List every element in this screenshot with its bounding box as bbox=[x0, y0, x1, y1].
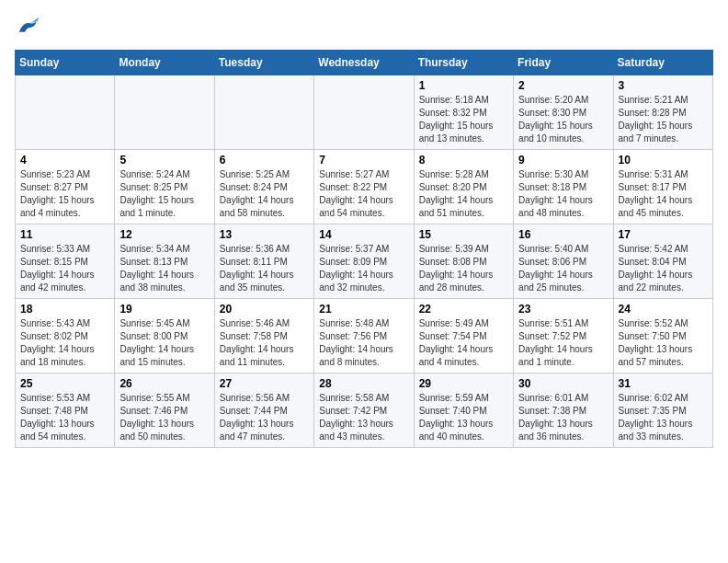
day-number: 8 bbox=[419, 154, 508, 167]
calendar-week-row: 1Sunrise: 5:18 AM Sunset: 8:32 PM Daylig… bbox=[16, 75, 713, 150]
day-info: Sunrise: 5:39 AM Sunset: 8:08 PM Dayligh… bbox=[419, 243, 508, 294]
calendar-day-cell: 2Sunrise: 5:20 AM Sunset: 8:30 PM Daylig… bbox=[514, 75, 613, 150]
day-info: Sunrise: 5:20 AM Sunset: 8:30 PM Dayligh… bbox=[518, 94, 608, 145]
day-number: 16 bbox=[518, 228, 608, 241]
logo bbox=[15, 15, 44, 40]
day-info: Sunrise: 5:18 AM Sunset: 8:32 PM Dayligh… bbox=[419, 94, 508, 145]
day-number: 21 bbox=[319, 303, 408, 316]
calendar-day-cell: 23Sunrise: 5:51 AM Sunset: 7:52 PM Dayli… bbox=[514, 299, 613, 373]
day-number: 28 bbox=[319, 377, 408, 390]
day-number: 6 bbox=[220, 154, 309, 167]
calendar-header-row: SundayMondayTuesdayWednesdayThursdayFrid… bbox=[16, 51, 713, 75]
day-number: 23 bbox=[518, 303, 608, 316]
day-number: 27 bbox=[220, 377, 309, 390]
calendar-week-row: 4Sunrise: 5:23 AM Sunset: 8:27 PM Daylig… bbox=[16, 150, 713, 224]
calendar-week-row: 11Sunrise: 5:33 AM Sunset: 8:15 PM Dayli… bbox=[16, 224, 713, 299]
day-number: 11 bbox=[20, 228, 109, 241]
calendar-header-saturday: Saturday bbox=[613, 51, 712, 75]
day-number: 12 bbox=[119, 228, 209, 241]
day-number: 2 bbox=[518, 79, 608, 92]
calendar-day-cell: 3Sunrise: 5:21 AM Sunset: 8:28 PM Daylig… bbox=[613, 75, 712, 150]
calendar-day-cell: 18Sunrise: 5:43 AM Sunset: 8:02 PM Dayli… bbox=[16, 299, 115, 373]
calendar-header-monday: Monday bbox=[115, 51, 214, 75]
day-number: 10 bbox=[619, 154, 708, 167]
calendar-day-cell bbox=[214, 75, 313, 150]
day-number: 13 bbox=[220, 228, 309, 241]
day-info: Sunrise: 5:25 AM Sunset: 8:24 PM Dayligh… bbox=[220, 168, 309, 220]
day-info: Sunrise: 5:51 AM Sunset: 7:52 PM Dayligh… bbox=[518, 317, 608, 369]
calendar-header-friday: Friday bbox=[514, 51, 613, 75]
calendar-header-sunday: Sunday bbox=[16, 51, 115, 75]
day-number: 19 bbox=[119, 303, 209, 316]
calendar-day-cell: 5Sunrise: 5:24 AM Sunset: 8:25 PM Daylig… bbox=[115, 150, 214, 224]
calendar-day-cell: 20Sunrise: 5:46 AM Sunset: 7:58 PM Dayli… bbox=[214, 299, 313, 373]
calendar-day-cell: 22Sunrise: 5:49 AM Sunset: 7:54 PM Dayli… bbox=[414, 299, 513, 373]
calendar-day-cell: 11Sunrise: 5:33 AM Sunset: 8:15 PM Dayli… bbox=[16, 224, 115, 299]
day-info: Sunrise: 5:52 AM Sunset: 7:50 PM Dayligh… bbox=[619, 317, 708, 369]
day-info: Sunrise: 5:42 AM Sunset: 8:04 PM Dayligh… bbox=[619, 243, 708, 294]
calendar-day-cell: 8Sunrise: 5:28 AM Sunset: 8:20 PM Daylig… bbox=[414, 150, 513, 224]
day-number: 9 bbox=[518, 154, 608, 167]
day-number: 22 bbox=[419, 303, 508, 316]
day-info: Sunrise: 5:49 AM Sunset: 7:54 PM Dayligh… bbox=[419, 317, 508, 369]
day-info: Sunrise: 5:45 AM Sunset: 8:00 PM Dayligh… bbox=[119, 317, 209, 369]
day-info: Sunrise: 5:58 AM Sunset: 7:42 PM Dayligh… bbox=[319, 392, 408, 443]
day-number: 7 bbox=[319, 154, 408, 167]
day-info: Sunrise: 5:53 AM Sunset: 7:48 PM Dayligh… bbox=[20, 392, 109, 443]
calendar-day-cell: 12Sunrise: 5:34 AM Sunset: 8:13 PM Dayli… bbox=[115, 224, 214, 299]
calendar-header-thursday: Thursday bbox=[414, 51, 513, 75]
day-info: Sunrise: 5:24 AM Sunset: 8:25 PM Dayligh… bbox=[119, 168, 209, 220]
calendar-day-cell bbox=[314, 75, 414, 150]
calendar-day-cell: 25Sunrise: 5:53 AM Sunset: 7:48 PM Dayli… bbox=[16, 373, 115, 448]
calendar-table: SundayMondayTuesdayWednesdayThursdayFrid… bbox=[15, 50, 713, 448]
day-info: Sunrise: 5:33 AM Sunset: 8:15 PM Dayligh… bbox=[20, 243, 109, 294]
day-info: Sunrise: 5:55 AM Sunset: 7:46 PM Dayligh… bbox=[119, 392, 209, 443]
day-number: 31 bbox=[619, 377, 708, 390]
calendar-day-cell: 26Sunrise: 5:55 AM Sunset: 7:46 PM Dayli… bbox=[115, 373, 214, 448]
calendar-day-cell: 17Sunrise: 5:42 AM Sunset: 8:04 PM Dayli… bbox=[613, 224, 712, 299]
day-number: 14 bbox=[319, 228, 408, 241]
day-info: Sunrise: 5:37 AM Sunset: 8:09 PM Dayligh… bbox=[319, 243, 408, 294]
calendar-day-cell: 28Sunrise: 5:58 AM Sunset: 7:42 PM Dayli… bbox=[314, 373, 414, 448]
calendar-day-cell: 16Sunrise: 5:40 AM Sunset: 8:06 PM Dayli… bbox=[514, 224, 613, 299]
calendar-day-cell: 9Sunrise: 5:30 AM Sunset: 8:18 PM Daylig… bbox=[514, 150, 613, 224]
calendar-day-cell: 1Sunrise: 5:18 AM Sunset: 8:32 PM Daylig… bbox=[414, 75, 513, 150]
day-number: 26 bbox=[119, 377, 209, 390]
calendar-day-cell: 6Sunrise: 5:25 AM Sunset: 8:24 PM Daylig… bbox=[214, 150, 313, 224]
day-info: Sunrise: 5:43 AM Sunset: 8:02 PM Dayligh… bbox=[20, 317, 109, 369]
day-number: 5 bbox=[119, 154, 209, 167]
calendar-day-cell: 14Sunrise: 5:37 AM Sunset: 8:09 PM Dayli… bbox=[314, 224, 414, 299]
day-number: 1 bbox=[419, 79, 508, 92]
day-number: 18 bbox=[20, 303, 109, 316]
day-info: Sunrise: 5:27 AM Sunset: 8:22 PM Dayligh… bbox=[319, 168, 408, 220]
day-info: Sunrise: 5:56 AM Sunset: 7:44 PM Dayligh… bbox=[220, 392, 309, 443]
day-info: Sunrise: 5:46 AM Sunset: 7:58 PM Dayligh… bbox=[220, 317, 309, 369]
day-info: Sunrise: 5:23 AM Sunset: 8:27 PM Dayligh… bbox=[20, 168, 109, 220]
day-info: Sunrise: 5:21 AM Sunset: 8:28 PM Dayligh… bbox=[619, 94, 708, 145]
page-header bbox=[15, 15, 713, 40]
day-number: 24 bbox=[619, 303, 708, 316]
calendar-day-cell bbox=[115, 75, 214, 150]
day-number: 17 bbox=[619, 228, 708, 241]
day-info: Sunrise: 5:28 AM Sunset: 8:20 PM Dayligh… bbox=[419, 168, 508, 220]
calendar-day-cell: 10Sunrise: 5:31 AM Sunset: 8:17 PM Dayli… bbox=[613, 150, 712, 224]
calendar-day-cell: 15Sunrise: 5:39 AM Sunset: 8:08 PM Dayli… bbox=[414, 224, 513, 299]
day-info: Sunrise: 5:40 AM Sunset: 8:06 PM Dayligh… bbox=[518, 243, 608, 294]
logo-bird-icon bbox=[15, 15, 40, 40]
day-number: 29 bbox=[419, 377, 508, 390]
day-info: Sunrise: 5:31 AM Sunset: 8:17 PM Dayligh… bbox=[619, 168, 708, 220]
calendar-header-tuesday: Tuesday bbox=[214, 51, 313, 75]
day-info: Sunrise: 6:01 AM Sunset: 7:38 PM Dayligh… bbox=[518, 392, 608, 443]
calendar-header-wednesday: Wednesday bbox=[314, 51, 414, 75]
calendar-day-cell: 13Sunrise: 5:36 AM Sunset: 8:11 PM Dayli… bbox=[214, 224, 313, 299]
day-info: Sunrise: 5:34 AM Sunset: 8:13 PM Dayligh… bbox=[119, 243, 209, 294]
calendar-day-cell: 27Sunrise: 5:56 AM Sunset: 7:44 PM Dayli… bbox=[214, 373, 313, 448]
calendar-day-cell: 24Sunrise: 5:52 AM Sunset: 7:50 PM Dayli… bbox=[613, 299, 712, 373]
calendar-week-row: 25Sunrise: 5:53 AM Sunset: 7:48 PM Dayli… bbox=[16, 373, 713, 448]
calendar-day-cell: 29Sunrise: 5:59 AM Sunset: 7:40 PM Dayli… bbox=[414, 373, 513, 448]
day-info: Sunrise: 5:48 AM Sunset: 7:56 PM Dayligh… bbox=[319, 317, 408, 369]
calendar-day-cell: 4Sunrise: 5:23 AM Sunset: 8:27 PM Daylig… bbox=[16, 150, 115, 224]
calendar-day-cell: 7Sunrise: 5:27 AM Sunset: 8:22 PM Daylig… bbox=[314, 150, 414, 224]
calendar-day-cell: 31Sunrise: 6:02 AM Sunset: 7:35 PM Dayli… bbox=[613, 373, 712, 448]
calendar-day-cell bbox=[16, 75, 115, 150]
